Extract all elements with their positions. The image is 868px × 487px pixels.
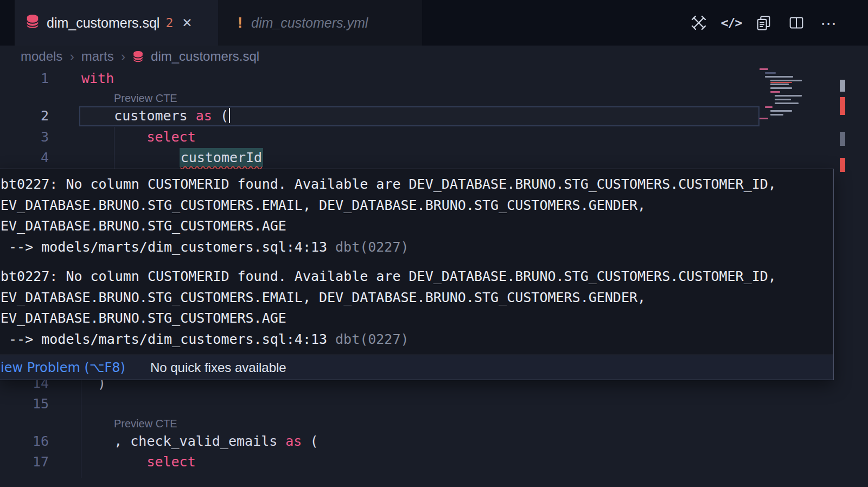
tab-problem-badge: 2 — [165, 16, 173, 30]
problem-message-line: EV_DATABASE.BRUNO.STG_CUSTOMERS.EMAIL, D… — [1, 195, 833, 216]
exclamation-icon: ! — [238, 15, 242, 31]
code-text: customers — [81, 108, 196, 124]
keyword: as — [285, 433, 302, 449]
code-text: ( — [212, 108, 228, 124]
view-problem-link[interactable]: iew Problem (⌥F8) — [1, 360, 125, 375]
code-text: ( — [302, 433, 318, 449]
text-cursor — [229, 108, 231, 123]
problem-message-line: bt0227: No column CUSTOMERID found. Avai… — [1, 266, 833, 287]
minimap[interactable] — [760, 68, 839, 129]
breadcrumb-marts[interactable]: marts — [81, 49, 114, 64]
overview-ruler-mark — [840, 132, 845, 146]
line-number: 4 — [21, 148, 49, 169]
line-number: 15 — [21, 394, 49, 415]
tab-label: dim_customers.yml — [251, 15, 368, 31]
overview-ruler-error-mark — [840, 97, 845, 115]
code-line-1[interactable]: 1 with — [0, 68, 868, 89]
split-editor-icon[interactable] — [787, 14, 806, 32]
problem-list: bt0227: No column CUSTOMERID found. Avai… — [0, 169, 833, 350]
code-line-4[interactable]: 4 customerId — [0, 148, 868, 169]
problem-source-code: dbt(0227) — [335, 239, 409, 255]
chevron-right-icon: › — [121, 49, 125, 65]
overview-ruler-error-mark — [840, 158, 845, 172]
problem-message-line: EV_DATABASE.BRUNO.STG_CUSTOMERS.AGE — [1, 216, 833, 237]
tab-dim-customers-sql[interactable]: dim_customers.sql 2 ✕ — [15, 0, 218, 46]
line-number: 2 — [21, 106, 49, 127]
database-icon — [132, 50, 144, 63]
code-line-15[interactable]: 15 — [0, 394, 868, 415]
problem-entry: bt0227: No column CUSTOMERID found. Avai… — [1, 266, 833, 350]
keyword: select — [81, 454, 196, 470]
code-line-3[interactable]: 3 select — [0, 127, 868, 148]
problem-message-line: bt0227: No column CUSTOMERID found. Avai… — [1, 174, 833, 195]
hover-footer: iew Problem (⌥F8) No quick fixes availab… — [0, 355, 833, 380]
breadcrumb: models › marts › dim_customers.sql — [21, 46, 259, 67]
copy-results-icon[interactable] — [755, 14, 773, 32]
database-icon — [25, 14, 40, 31]
tab-bar: dim_customers.sql 2 ✕ ! dim_customers.ym… — [0, 0, 868, 46]
breadcrumb-models[interactable]: models — [21, 49, 62, 64]
editor-window: dim_customers.sql 2 ✕ ! dim_customers.ym… — [0, 0, 868, 487]
chevron-right-icon: › — [69, 49, 74, 65]
keyword: as — [196, 108, 212, 124]
line-number: 1 — [21, 68, 49, 89]
overview-ruler-mark — [840, 80, 845, 92]
editor-actions: </> ⋯ — [690, 0, 838, 46]
problem-location: --> models/marts/dim_customers.sql:4:13 — [1, 331, 327, 347]
code-line-17[interactable]: 17 select — [0, 452, 868, 473]
problem-hover-popup: bt0227: No column CUSTOMERID found. Avai… — [0, 169, 834, 380]
more-actions-icon[interactable]: ⋯ — [820, 14, 838, 32]
line-number: 16 — [21, 431, 49, 452]
problem-message-line: EV_DATABASE.BRUNO.STG_CUSTOMERS.EMAIL, D… — [1, 287, 833, 309]
problem-entry: bt0227: No column CUSTOMERID found. Avai… — [1, 174, 833, 258]
codelens-preview-cte[interactable]: Preview CTE — [114, 90, 177, 106]
compile-code-icon[interactable]: </> — [722, 14, 741, 32]
code-text — [81, 150, 180, 165]
close-icon[interactable]: ✕ — [182, 16, 192, 30]
no-quick-fixes-label: No quick fixes available — [150, 360, 286, 375]
code-line-16[interactable]: 16 , check_valid_emails as ( — [0, 431, 868, 452]
problem-message-line: EV_DATABASE.BRUNO.STG_CUSTOMERS.AGE — [1, 308, 833, 329]
keyword: with — [81, 71, 114, 86]
error-identifier-customerid[interactable]: customerId — [180, 148, 264, 167]
code-text: , check_valid_emails — [81, 433, 285, 449]
problem-location: --> models/marts/dim_customers.sql:4:13 — [1, 239, 327, 255]
line-number: 17 — [21, 452, 49, 473]
breadcrumb-file[interactable]: dim_customers.sql — [151, 49, 259, 64]
execute-query-icon[interactable] — [690, 14, 708, 32]
code-line-2[interactable]: 2 customers as ( — [0, 106, 868, 127]
problem-source-code: dbt(0227) — [335, 331, 409, 347]
line-number: 3 — [21, 127, 49, 148]
tab-dim-customers-yml[interactable]: ! dim_customers.yml — [218, 0, 422, 46]
keyword: select — [81, 129, 196, 145]
tab-label: dim_customers.sql — [47, 15, 159, 31]
codelens-preview-cte[interactable]: Preview CTE — [114, 415, 177, 432]
